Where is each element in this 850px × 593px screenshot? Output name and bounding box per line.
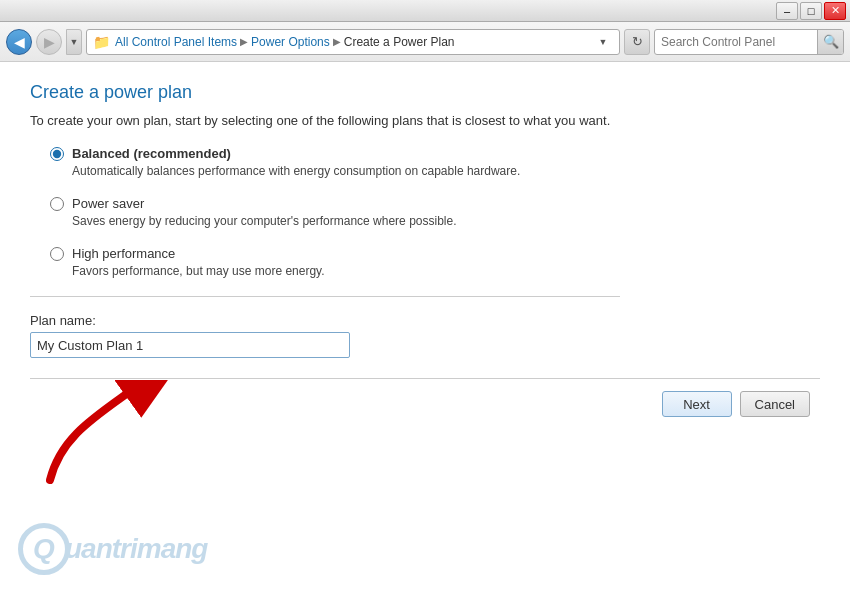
bottom-divider [30, 378, 820, 379]
close-button[interactable]: ✕ [824, 2, 846, 20]
forward-button[interactable]: ▶ [36, 29, 62, 55]
watermark-text: uantrimang [65, 533, 207, 565]
radio-option-balanced: Balanced (recommended) Automatically bal… [50, 146, 820, 178]
page-title: Create a power plan [30, 82, 820, 103]
radio-saver[interactable] [50, 197, 64, 211]
breadcrumb-current: Create a Power Plan [344, 35, 455, 49]
breadcrumb-all-control-panel[interactable]: All Control Panel Items [115, 35, 237, 49]
cancel-button[interactable]: Cancel [740, 391, 810, 417]
dropdown-button[interactable]: ▼ [66, 29, 82, 55]
button-row: Next Cancel [30, 391, 820, 417]
radio-option-high: High performance Favors performance, but… [50, 246, 820, 278]
window-controls: – □ ✕ [776, 2, 846, 20]
breadcrumb-power-options[interactable]: Power Options [251, 35, 330, 49]
radio-balanced-desc: Automatically balances performance with … [72, 164, 820, 178]
section-divider [30, 296, 620, 297]
radio-balanced[interactable] [50, 147, 64, 161]
minimize-button[interactable]: – [776, 2, 798, 20]
page-subtitle: To create your own plan, start by select… [30, 113, 820, 128]
radio-option-saver: Power saver Saves energy by reducing you… [50, 196, 820, 228]
plan-name-input[interactable] [30, 332, 350, 358]
radio-high-desc: Favors performance, but may use more ene… [72, 264, 820, 278]
breadcrumb-sep-2: ▶ [333, 36, 341, 47]
main-content: Create a power plan To create your own p… [0, 62, 850, 593]
radio-high-label[interactable]: High performance [72, 246, 175, 261]
radio-group: Balanced (recommended) Automatically bal… [50, 146, 820, 278]
search-input[interactable] [655, 35, 817, 49]
content-panel: Create a power plan To create your own p… [0, 62, 850, 593]
window-chrome: – □ ✕ [0, 0, 850, 22]
breadcrumb-bar: 📁 All Control Panel Items ▶ Power Option… [86, 29, 620, 55]
plan-name-section: Plan name: [30, 313, 820, 358]
breadcrumb-sep-1: ▶ [240, 36, 248, 47]
radio-high[interactable] [50, 247, 64, 261]
address-bar: ◀ ▶ ▼ 📁 All Control Panel Items ▶ Power … [0, 22, 850, 62]
plan-name-label: Plan name: [30, 313, 820, 328]
search-button[interactable]: 🔍 [817, 29, 843, 55]
radio-saver-label[interactable]: Power saver [72, 196, 144, 211]
next-button[interactable]: Next [662, 391, 732, 417]
watermark-q-icon: Q [18, 523, 70, 575]
back-button[interactable]: ◀ [6, 29, 32, 55]
breadcrumb-dropdown-btn[interactable]: ▼ [593, 32, 613, 52]
folder-icon: 📁 [93, 34, 110, 50]
radio-saver-desc: Saves energy by reducing your computer's… [72, 214, 820, 228]
watermark: Q uantrimang [18, 523, 207, 575]
maximize-button[interactable]: □ [800, 2, 822, 20]
search-box: 🔍 [654, 29, 844, 55]
radio-balanced-label[interactable]: Balanced (recommended) [72, 146, 231, 161]
refresh-button[interactable]: ↻ [624, 29, 650, 55]
